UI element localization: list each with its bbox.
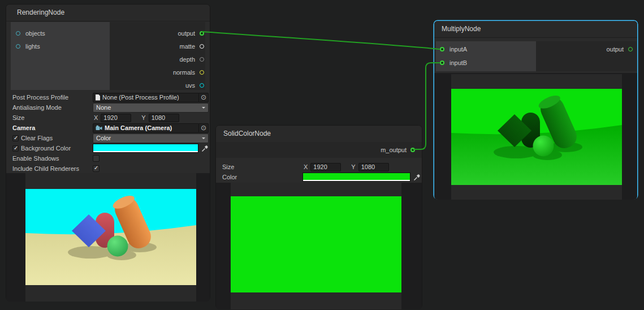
size-x-input[interactable] <box>310 163 341 171</box>
x-axis-label: X <box>94 114 98 121</box>
port-row: lights <box>11 40 110 53</box>
rendering-preview-zone <box>6 173 210 302</box>
y-axis-label: Y <box>351 163 355 170</box>
port-label: m_output <box>381 147 407 153</box>
port-row: objects <box>11 27 110 40</box>
prop-row-color: Color <box>216 172 422 182</box>
prop-label: Antialiasing Mode <box>12 104 93 111</box>
port-row: depth <box>110 53 205 66</box>
antialiasing-mode-dropdown[interactable]: None <box>93 103 209 113</box>
rendering-node[interactable]: RenderingNode objects lights output <box>6 4 210 301</box>
prop-row-camera: Camera Main Camera (Camera) <box>6 123 210 133</box>
prop-label: Camera <box>12 124 93 131</box>
prop-row-post-process-profile: Post Process Profile None (Post Process … <box>6 92 210 102</box>
port-label: matte <box>179 43 195 50</box>
port-label: output <box>178 30 195 37</box>
port-row: inputA <box>436 42 536 56</box>
port-label: uvs <box>185 82 195 89</box>
prop-label: Size <box>222 163 302 170</box>
prop-label: Enable Shadows <box>12 155 93 162</box>
object-picker-icon[interactable] <box>199 123 209 133</box>
port-row: output <box>536 42 637 56</box>
camera-field[interactable]: Main Camera (Camera) <box>93 123 199 133</box>
port-label: lights <box>25 43 40 50</box>
solid-color-preview-image <box>231 196 401 292</box>
solid-color-properties: Size X Y Color <box>216 160 422 184</box>
output-port[interactable] <box>200 31 204 36</box>
multiply-output-port[interactable] <box>628 47 633 51</box>
matte-port[interactable] <box>200 44 204 49</box>
eyedropper-icon[interactable] <box>413 173 421 181</box>
node-graph-canvas[interactable]: RenderingNode objects lights output <box>0 0 644 310</box>
alpha-bar <box>93 151 198 152</box>
uvs-port[interactable] <box>200 83 204 88</box>
multiply-node[interactable]: MultiplyNode inputA inputB output <box>434 20 638 199</box>
asset-document-icon <box>96 94 100 101</box>
objects-input-port[interactable] <box>16 31 20 36</box>
rendering-node-title[interactable]: RenderingNode <box>6 5 210 21</box>
object-picker-icon[interactable] <box>199 93 209 102</box>
port-label: output <box>606 46 624 53</box>
prop-label: Clear Flags <box>21 135 93 141</box>
solid-color-preview-frame <box>231 183 401 309</box>
port-label: inputB <box>449 59 467 66</box>
eyedropper-icon[interactable] <box>201 144 209 152</box>
post-process-profile-field[interactable]: None (Post Process Profile) <box>93 93 199 102</box>
solid-color-node[interactable]: SolidColorNode m_output Size X Y Color <box>215 125 422 309</box>
prop-label: Background Color <box>21 145 93 152</box>
dropdown-value: None <box>96 104 111 111</box>
m-output-port[interactable] <box>410 148 415 152</box>
multiply-preview-image <box>451 89 622 185</box>
background-color-swatch[interactable] <box>93 144 198 153</box>
prop-row-size: Size X Y <box>6 113 210 123</box>
inputB-port[interactable] <box>440 61 444 65</box>
prop-label: Include Child Renderers <box>12 165 93 172</box>
object-field-value: None (Post Process Profile) <box>102 94 179 101</box>
solid-color-outputs-panel: m_output <box>216 142 422 158</box>
dropdown-value: Color <box>96 135 111 141</box>
clear-flags-dropdown[interactable]: Color <box>93 134 209 143</box>
depth-port[interactable] <box>200 57 204 62</box>
normals-port[interactable] <box>200 70 204 75</box>
port-row: output <box>110 27 205 40</box>
prop-row-clear-flags: Clear Flags Color <box>6 133 210 143</box>
rendering-outputs-panel: output matte depth normals uvs <box>110 22 205 90</box>
port-label: normals <box>173 69 195 76</box>
multiply-preview-zone <box>434 73 637 200</box>
prop-row-antialiasing-mode: Antialiasing Mode None <box>6 102 210 113</box>
multiply-outputs-panel: output <box>536 41 637 71</box>
object-field-value: Main Camera (Camera) <box>105 124 172 131</box>
node-title-text: MultiplyNode <box>442 25 481 33</box>
x-axis-label: X <box>304 163 308 170</box>
rendering-node-ports: objects lights output matte depth <box>6 21 210 90</box>
clear-flags-override-checkbox[interactable] <box>12 135 19 141</box>
prop-label: Post Process Profile <box>12 94 93 101</box>
prop-label: Size <box>12 114 93 121</box>
multiply-node-ports: inputA inputB output <box>434 37 637 73</box>
background-color-override-checkbox[interactable] <box>12 145 19 152</box>
enable-shadows-checkbox[interactable] <box>93 155 100 162</box>
inputA-port[interactable] <box>440 47 444 51</box>
multiply-inputs-panel: inputA inputB <box>436 41 536 71</box>
port-row: matte <box>110 40 205 53</box>
prop-row-background-color: Background Color <box>6 143 210 153</box>
prop-row-include-child-renderers: Include Child Renderers <box>6 163 210 174</box>
rendering-inputs-panel: objects lights <box>11 22 110 90</box>
include-child-renderers-checkbox[interactable] <box>93 165 100 172</box>
multiply-preview-frame <box>451 74 622 200</box>
rendering-preview-frame <box>25 173 196 302</box>
solid-color-node-title[interactable]: SolidColorNode <box>216 126 422 143</box>
size-x-input[interactable] <box>101 114 131 122</box>
prop-row-enable-shadows: Enable Shadows <box>6 153 210 163</box>
port-label: inputA <box>449 46 467 53</box>
size-y-input[interactable] <box>358 163 389 171</box>
wire-rendering-output-to-multiply-inputA[interactable] <box>202 32 439 49</box>
color-swatch[interactable] <box>302 173 410 182</box>
solid-color-preview-zone <box>216 183 422 309</box>
y-axis-label: Y <box>141 114 145 121</box>
lights-input-port[interactable] <box>16 44 20 49</box>
prop-row-size: Size X Y <box>216 162 422 172</box>
port-row: normals <box>110 66 205 79</box>
multiply-node-title[interactable]: MultiplyNode <box>434 21 637 38</box>
size-y-input[interactable] <box>149 114 179 122</box>
